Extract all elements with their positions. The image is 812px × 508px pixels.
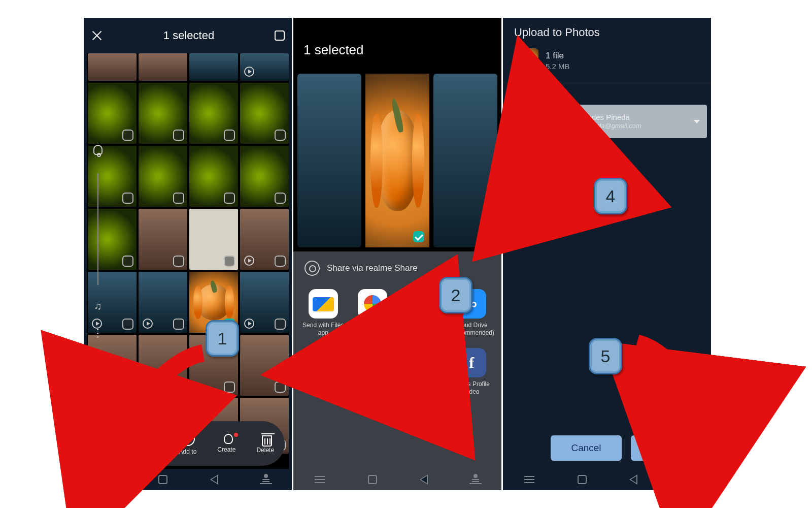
scroll-track[interactable]: [97, 173, 98, 285]
nav-back-icon[interactable]: [210, 474, 218, 485]
app-label: Send with Files app: [298, 322, 348, 337]
thumb-checkbox[interactable]: [224, 256, 235, 267]
thumb-checkbox[interactable]: [224, 193, 235, 204]
thumb-checkbox[interactable]: [122, 256, 133, 267]
annotation-arrow-5: [622, 333, 713, 455]
upload-thumbnail: [514, 48, 538, 73]
step-marker-2: 2: [439, 277, 472, 313]
thumb-checkbox[interactable]: [173, 256, 184, 267]
video-play-icon: [244, 67, 254, 77]
thumb-checkbox[interactable]: [275, 256, 286, 267]
phone-share-sheet: 1 selected Share via realme Share Send w…: [293, 18, 501, 490]
app-label: Your Story: [408, 380, 436, 388]
nav-home-icon[interactable]: [368, 475, 377, 484]
files-app-icon: [309, 289, 338, 319]
android-navbar: [503, 469, 711, 490]
selection-count: 1 selected: [293, 38, 501, 65]
divider: [503, 83, 711, 83]
thumb-checkbox[interactable]: [224, 382, 235, 393]
video-play-icon: [143, 319, 153, 329]
create-label: Create: [217, 446, 235, 453]
video-play-icon: [244, 319, 254, 329]
share-preview-area: 1 selected: [293, 18, 501, 251]
android-navbar: [84, 469, 292, 490]
app-label: DingTalk: [312, 380, 335, 388]
cancel-button[interactable]: Cancel: [551, 435, 622, 461]
nav-home-icon[interactable]: [578, 475, 587, 484]
avatar: [514, 111, 534, 132]
select-all-icon[interactable]: [275, 30, 285, 41]
scroll-sidebar: ♫ ⋯: [90, 145, 106, 348]
annotation-arrow-1: [96, 343, 213, 460]
realme-share-label: Share via realme Share: [327, 263, 418, 273]
nav-home-icon[interactable]: [158, 475, 167, 484]
nav-accessibility-icon[interactable]: [261, 474, 270, 485]
nav-recents-icon[interactable]: [105, 479, 115, 480]
nav-recents-icon[interactable]: [524, 479, 534, 480]
thumb-checkbox[interactable]: [275, 319, 286, 330]
share-app-dingtalk[interactable]: DingTalk: [298, 348, 348, 396]
trash-icon: [262, 435, 272, 447]
thumb-checkbox[interactable]: [275, 382, 286, 393]
step-marker-5: 5: [589, 338, 622, 374]
account-selector[interactable]: Carla Jane evedes Pineda carlajanevedesp…: [507, 105, 707, 138]
music-icon[interactable]: ♫: [94, 300, 102, 312]
app-label: Mail: [367, 380, 378, 388]
bell-icon[interactable]: [93, 145, 103, 155]
nav-back-icon[interactable]: [420, 474, 428, 485]
thumb-checkbox[interactable]: [173, 193, 184, 204]
upload-file-summary: 1 file 5.2 MB: [503, 44, 711, 83]
thumb-checkbox[interactable]: [122, 319, 133, 330]
nav-accessibility-icon[interactable]: [681, 474, 690, 485]
dingtalk-icon: [309, 348, 338, 377]
selection-count: 1 selected: [103, 29, 275, 42]
app-label: Set as Profile Video: [447, 380, 497, 396]
selection-header: 1 selected: [84, 18, 292, 53]
delete-button[interactable]: Delete: [248, 433, 283, 454]
close-icon[interactable]: [91, 29, 103, 42]
thumb-checkbox[interactable]: [122, 130, 133, 141]
share-app-files[interactable]: Send with Files app: [298, 289, 348, 337]
thumb-checkbox[interactable]: [122, 193, 133, 204]
android-navbar: [293, 469, 501, 490]
video-play-icon: [244, 256, 254, 266]
account-name: Carla Jane evedes Pineda: [540, 113, 688, 122]
page-indicator: [293, 396, 501, 412]
thumb-checkbox-checked[interactable]: [413, 231, 424, 242]
nav-recents-icon[interactable]: [315, 479, 325, 480]
annotation-arrow-4: [528, 142, 599, 239]
account-section-label: Account: [503, 90, 711, 105]
step-marker-1: 1: [206, 320, 239, 357]
thumb-checkbox[interactable]: [173, 130, 184, 141]
account-email: carlajanevedespineda@gmail.com: [540, 122, 688, 130]
delete-label: Delete: [256, 447, 274, 454]
step-marker-4: 4: [594, 178, 627, 214]
more-icon[interactable]: ⋯: [91, 328, 105, 340]
realme-share-icon: [304, 261, 320, 276]
thumb-checkbox[interactable]: [224, 130, 235, 141]
thumb-checkbox[interactable]: [275, 130, 286, 141]
file-count: 1 file: [546, 51, 570, 61]
upload-title: Upload to Photos: [503, 18, 711, 44]
preview-thumb[interactable]: [297, 74, 361, 247]
nav-accessibility-icon[interactable]: [471, 474, 480, 485]
create-button[interactable]: Create: [209, 434, 244, 453]
thumb-checkbox[interactable]: [275, 193, 286, 204]
preview-thumb-selected[interactable]: [365, 74, 429, 247]
file-size: 5.2 MB: [546, 62, 570, 71]
chevron-down-icon: [694, 120, 700, 123]
preview-thumb[interactable]: [433, 74, 497, 247]
lightbulb-icon: [224, 434, 233, 444]
thumb-checkbox[interactable]: [173, 319, 184, 330]
nav-back-icon[interactable]: [629, 474, 637, 485]
